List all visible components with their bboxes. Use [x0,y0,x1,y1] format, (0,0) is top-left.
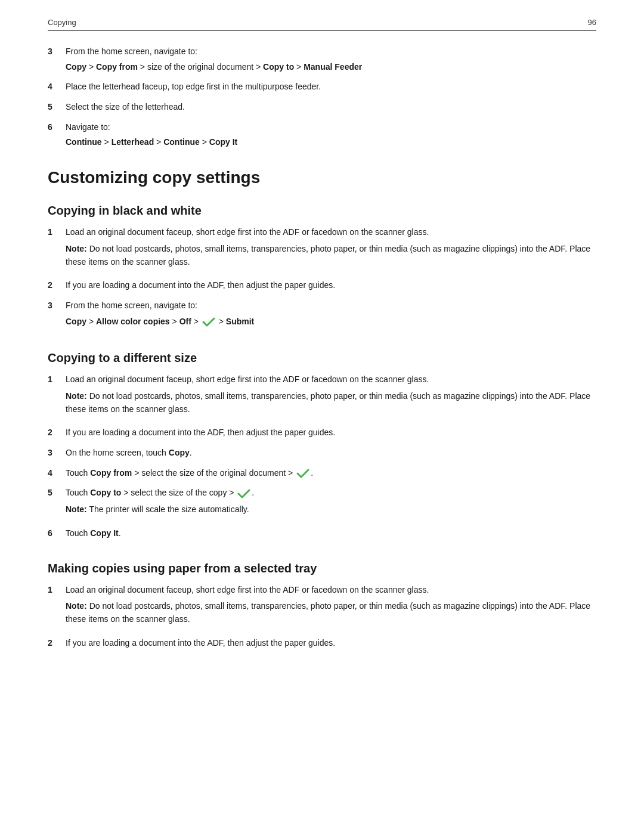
step-number: 6 [48,527,66,540]
step-content: Place the letterhead faceup, top edge fi… [66,80,596,94]
step-content: On the home screen, touch Copy. [66,447,596,460]
tray-steps-list: 1 Load an original document faceup, shor… [48,584,596,650]
section-title-tray: Making copies using paper from a selecte… [48,562,596,575]
diff-step-4: 4 Touch Copy from > select the size of t… [48,467,596,480]
step-content: Load an original document faceup, short … [66,584,596,630]
step-content: Touch Copy to > select the size of the c… [66,487,596,519]
intro-step-5: 5 Select the size of the letterhead. [48,101,596,114]
step-number: 3 [48,299,66,312]
step-number: 6 [48,121,66,134]
header-page-number: 96 [588,18,596,27]
bw-step-1: 1 Load an original document faceup, shor… [48,226,596,272]
step-number: 2 [48,426,66,439]
step-content: If you are loading a document into the A… [66,426,596,439]
note-bw-1: Note: Do not load postcards, photos, sma… [66,243,596,268]
nav-path-3: Copy > Copy from > size of the original … [66,61,596,74]
nav-path-6: Continue > Letterhead > Continue > Copy … [66,136,596,149]
header-title: Copying [48,18,76,27]
step-number: 3 [48,447,66,460]
step-number: 4 [48,467,66,480]
checkmark-icon [237,488,250,499]
step-number: 1 [48,226,66,239]
intro-steps-list: 3 From the home screen, navigate to: Cop… [48,45,596,149]
step-number: 5 [48,101,66,113]
note-tray-1: Note: Do not load postcards, photos, sma… [66,600,596,625]
diff-step-6: 6 Touch Copy It. [48,527,596,540]
intro-step-3: 3 From the home screen, navigate to: Cop… [48,45,596,73]
bw-step-3: 3 From the home screen, navigate to: Cop… [48,299,596,330]
step-content: Touch Copy It. [66,527,596,540]
bw-steps-list: 1 Load an original document faceup, shor… [48,226,596,330]
section-title-bw: Copying in black and white [48,204,596,218]
nav-line-bw: Copy > Allow color copies > Off > > Subm… [66,315,596,329]
diff-step-5: 5 Touch Copy to > select the size of the… [48,487,596,519]
step-content: If you are loading a document into the A… [66,637,596,650]
step-number: 1 [48,373,66,386]
diff-step-1: 1 Load an original document faceup, shor… [48,373,596,419]
step-number: 4 [48,80,66,93]
step-content: From the home screen, navigate to: Copy … [66,45,596,73]
step-number: 2 [48,279,66,292]
note-diff-5: Note: The printer will scale the size au… [66,503,596,516]
tray-step-1: 1 Load an original document faceup, shor… [48,584,596,630]
step-number: 1 [48,584,66,597]
bw-step-2: 2 If you are loading a document into the… [48,279,596,292]
step-content: Navigate to: Continue > Letterhead > Con… [66,121,596,149]
checkmark-icon [202,317,215,327]
tray-step-2: 2 If you are loading a document into the… [48,637,596,650]
diff-size-steps-list: 1 Load an original document faceup, shor… [48,373,596,540]
note-diff-1: Note: Do not load postcards, photos, sma… [66,390,596,416]
step-number: 3 [48,45,66,58]
step-content: From the home screen, navigate to: Copy … [66,299,596,330]
intro-step-4: 4 Place the letterhead faceup, top edge … [48,80,596,94]
section-selected-tray: Making copies using paper from a selecte… [48,562,596,650]
step-content: Select the size of the letterhead. [66,101,596,114]
intro-step-6: 6 Navigate to: Continue > Letterhead > C… [48,121,596,149]
checkmark-icon [296,468,309,479]
diff-step-2: 2 If you are loading a document into the… [48,426,596,439]
step-number: 2 [48,637,66,650]
section-copying-bw: Copying in black and white 1 Load an ori… [48,204,596,330]
main-section-title: Customizing copy settings [48,168,596,187]
step-content: Load an original document faceup, short … [66,226,596,272]
diff-step-3: 3 On the home screen, touch Copy. [48,447,596,460]
step-content: If you are loading a document into the A… [66,279,596,292]
section-copying-diff-size: Copying to a different size 1 Load an or… [48,351,596,540]
step-number: 5 [48,487,66,500]
page-header: Copying 96 [48,18,596,31]
step-content: Touch Copy from > select the size of the… [66,467,596,480]
section-title-diff-size: Copying to a different size [48,351,596,365]
page-container: Copying 96 3 From the home screen, navig… [0,0,644,833]
step-content: Load an original document faceup, short … [66,373,596,419]
